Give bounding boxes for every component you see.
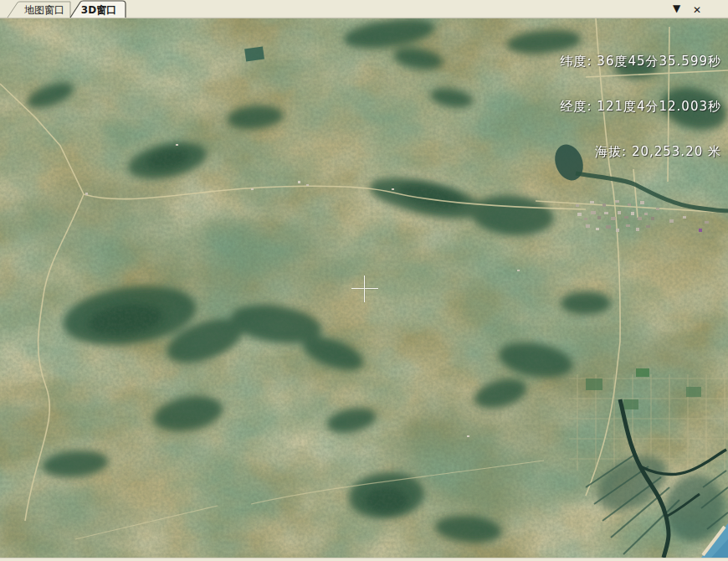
application-window: 地图窗口 3D窗口 ▼ ✕ [0, 0, 728, 561]
coordinate-readout: 纬度: 36度45分35.599秒 经度: 121度4分12.003秒 海拔: … [561, 23, 721, 189]
close-icon[interactable]: ✕ [693, 4, 701, 16]
latitude-readout: 纬度: 36度45分35.599秒 [561, 54, 721, 69]
tab-bar: 地图窗口 3D窗口 ▼ ✕ [0, 0, 728, 18]
elevation-readout: 海拔: 20,253.20 米 [561, 144, 721, 159]
window-bottom-border [0, 558, 728, 561]
tab-menu-dropdown-icon[interactable]: ▼ [673, 3, 681, 14]
tab-3d-window-label[interactable]: 3D窗口 [81, 4, 116, 16]
3d-map-viewport[interactable]: 纬度: 36度45分35.599秒 经度: 121度4分12.003秒 海拔: … [0, 18, 728, 558]
tab-map-window[interactable]: 地图窗口 [8, 2, 70, 18]
longitude-readout: 经度: 121度4分12.003秒 [561, 99, 721, 114]
tab-map-window-label[interactable]: 地图窗口 [24, 4, 64, 16]
